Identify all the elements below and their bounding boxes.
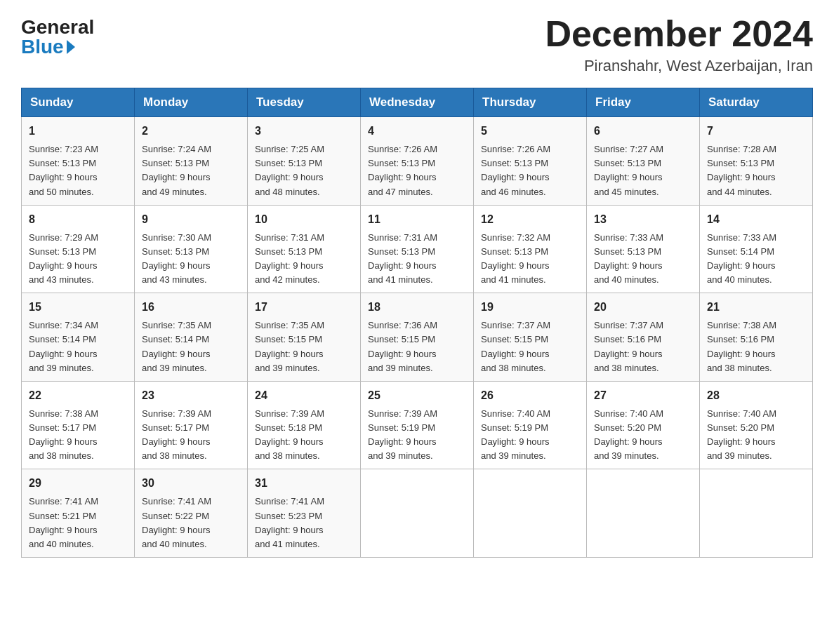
calendar-cell: 20 Sunrise: 7:37 AMSunset: 5:16 PMDaylig…	[587, 293, 700, 382]
calendar-cell	[700, 469, 813, 558]
day-info: Sunrise: 7:40 AMSunset: 5:20 PMDaylight:…	[707, 408, 776, 461]
calendar-cell: 28 Sunrise: 7:40 AMSunset: 5:20 PMDaylig…	[700, 381, 813, 469]
calendar-cell: 4 Sunrise: 7:26 AMSunset: 5:13 PMDayligh…	[361, 117, 474, 206]
calendar-cell: 21 Sunrise: 7:38 AMSunset: 5:16 PMDaylig…	[700, 293, 813, 382]
calendar-cell	[474, 469, 587, 558]
day-number: 9	[142, 211, 240, 228]
calendar-cell: 12 Sunrise: 7:32 AMSunset: 5:13 PMDaylig…	[474, 205, 587, 293]
calendar-cell: 2 Sunrise: 7:24 AMSunset: 5:13 PMDayligh…	[135, 117, 248, 206]
calendar-cell: 1 Sunrise: 7:23 AMSunset: 5:13 PMDayligh…	[22, 117, 135, 206]
weekday-header-monday: Monday	[135, 88, 248, 117]
calendar-cell: 3 Sunrise: 7:25 AMSunset: 5:13 PMDayligh…	[248, 117, 361, 206]
calendar-cell: 10 Sunrise: 7:31 AMSunset: 5:13 PMDaylig…	[248, 205, 361, 293]
weekday-header-row: SundayMondayTuesdayWednesdayThursdayFrid…	[22, 88, 813, 117]
day-number: 14	[707, 211, 805, 228]
calendar-cell: 8 Sunrise: 7:29 AMSunset: 5:13 PMDayligh…	[22, 205, 135, 293]
calendar-cell: 15 Sunrise: 7:34 AMSunset: 5:14 PMDaylig…	[22, 293, 135, 382]
calendar-cell: 19 Sunrise: 7:37 AMSunset: 5:15 PMDaylig…	[474, 293, 587, 382]
day-number: 16	[142, 299, 240, 316]
day-number: 12	[481, 211, 579, 228]
calendar-week-row: 29 Sunrise: 7:41 AMSunset: 5:21 PMDaylig…	[22, 469, 813, 558]
calendar-week-row: 8 Sunrise: 7:29 AMSunset: 5:13 PMDayligh…	[22, 205, 813, 293]
day-number: 10	[255, 211, 353, 228]
day-info: Sunrise: 7:33 AMSunset: 5:14 PMDaylight:…	[707, 232, 776, 285]
calendar-week-row: 22 Sunrise: 7:38 AMSunset: 5:17 PMDaylig…	[22, 381, 813, 469]
day-number: 1	[29, 123, 127, 140]
calendar-cell: 13 Sunrise: 7:33 AMSunset: 5:13 PMDaylig…	[587, 205, 700, 293]
calendar-cell: 23 Sunrise: 7:39 AMSunset: 5:17 PMDaylig…	[135, 381, 248, 469]
calendar-cell: 7 Sunrise: 7:28 AMSunset: 5:13 PMDayligh…	[700, 117, 813, 206]
calendar-cell: 31 Sunrise: 7:41 AMSunset: 5:23 PMDaylig…	[248, 469, 361, 558]
calendar-cell: 24 Sunrise: 7:39 AMSunset: 5:18 PMDaylig…	[248, 381, 361, 469]
day-number: 11	[368, 211, 466, 228]
weekday-header-wednesday: Wednesday	[361, 88, 474, 117]
day-info: Sunrise: 7:35 AMSunset: 5:14 PMDaylight:…	[142, 320, 211, 373]
logo-blue-text: Blue	[21, 37, 75, 57]
weekday-header-friday: Friday	[587, 88, 700, 117]
day-number: 21	[707, 299, 805, 316]
day-info: Sunrise: 7:41 AMSunset: 5:23 PMDaylight:…	[255, 496, 324, 549]
day-number: 22	[29, 387, 127, 404]
calendar-cell: 25 Sunrise: 7:39 AMSunset: 5:19 PMDaylig…	[361, 381, 474, 469]
day-info: Sunrise: 7:40 AMSunset: 5:20 PMDaylight:…	[594, 408, 663, 461]
day-number: 18	[368, 299, 466, 316]
day-number: 3	[255, 123, 353, 140]
day-info: Sunrise: 7:39 AMSunset: 5:19 PMDaylight:…	[368, 408, 437, 461]
day-info: Sunrise: 7:33 AMSunset: 5:13 PMDaylight:…	[594, 232, 663, 285]
day-info: Sunrise: 7:23 AMSunset: 5:13 PMDaylight:…	[29, 144, 98, 196]
day-number: 8	[29, 211, 127, 228]
day-number: 30	[142, 475, 240, 492]
day-info: Sunrise: 7:28 AMSunset: 5:13 PMDaylight:…	[707, 144, 776, 196]
calendar-cell: 29 Sunrise: 7:41 AMSunset: 5:21 PMDaylig…	[22, 469, 135, 558]
calendar-cell: 22 Sunrise: 7:38 AMSunset: 5:17 PMDaylig…	[22, 381, 135, 469]
calendar-cell: 27 Sunrise: 7:40 AMSunset: 5:20 PMDaylig…	[587, 381, 700, 469]
day-info: Sunrise: 7:31 AMSunset: 5:13 PMDaylight:…	[368, 232, 437, 285]
calendar-cell: 16 Sunrise: 7:35 AMSunset: 5:14 PMDaylig…	[135, 293, 248, 382]
calendar-week-row: 1 Sunrise: 7:23 AMSunset: 5:13 PMDayligh…	[22, 117, 813, 206]
day-number: 15	[29, 299, 127, 316]
day-number: 26	[481, 387, 579, 404]
logo-general-text: General	[21, 18, 94, 37]
day-info: Sunrise: 7:39 AMSunset: 5:18 PMDaylight:…	[255, 408, 324, 461]
day-number: 4	[368, 123, 466, 140]
month-title: December 2024	[545, 14, 813, 54]
day-info: Sunrise: 7:34 AMSunset: 5:14 PMDaylight:…	[29, 320, 98, 373]
day-number: 17	[255, 299, 353, 316]
day-info: Sunrise: 7:26 AMSunset: 5:13 PMDaylight:…	[481, 144, 550, 196]
calendar-cell: 14 Sunrise: 7:33 AMSunset: 5:14 PMDaylig…	[700, 205, 813, 293]
location-text: Piranshahr, West Azerbaijan, Iran	[545, 57, 813, 75]
day-number: 13	[594, 211, 692, 228]
day-info: Sunrise: 7:37 AMSunset: 5:15 PMDaylight:…	[481, 320, 550, 373]
weekday-header-tuesday: Tuesday	[248, 88, 361, 117]
day-info: Sunrise: 7:25 AMSunset: 5:13 PMDaylight:…	[255, 144, 324, 196]
weekday-header-saturday: Saturday	[700, 88, 813, 117]
calendar-table: SundayMondayTuesdayWednesdayThursdayFrid…	[21, 88, 813, 558]
day-number: 27	[594, 387, 692, 404]
day-number: 29	[29, 475, 127, 492]
title-section: December 2024 Piranshahr, West Azerbaija…	[545, 14, 813, 75]
calendar-cell: 17 Sunrise: 7:35 AMSunset: 5:15 PMDaylig…	[248, 293, 361, 382]
page-header: General Blue December 2024 Piranshahr, W…	[21, 14, 813, 75]
calendar-cell: 9 Sunrise: 7:30 AMSunset: 5:13 PMDayligh…	[135, 205, 248, 293]
logo-arrow-icon	[67, 40, 75, 54]
day-number: 25	[368, 387, 466, 404]
calendar-cell: 30 Sunrise: 7:41 AMSunset: 5:22 PMDaylig…	[135, 469, 248, 558]
day-info: Sunrise: 7:40 AMSunset: 5:19 PMDaylight:…	[481, 408, 550, 461]
calendar-cell	[587, 469, 700, 558]
logo: General Blue	[21, 14, 94, 57]
calendar-cell: 5 Sunrise: 7:26 AMSunset: 5:13 PMDayligh…	[474, 117, 587, 206]
calendar-cell: 6 Sunrise: 7:27 AMSunset: 5:13 PMDayligh…	[587, 117, 700, 206]
calendar-cell	[361, 469, 474, 558]
calendar-week-row: 15 Sunrise: 7:34 AMSunset: 5:14 PMDaylig…	[22, 293, 813, 382]
calendar-cell: 18 Sunrise: 7:36 AMSunset: 5:15 PMDaylig…	[361, 293, 474, 382]
day-info: Sunrise: 7:41 AMSunset: 5:22 PMDaylight:…	[142, 496, 211, 549]
day-info: Sunrise: 7:31 AMSunset: 5:13 PMDaylight:…	[255, 232, 324, 285]
day-number: 31	[255, 475, 353, 492]
day-number: 28	[707, 387, 805, 404]
calendar-cell: 26 Sunrise: 7:40 AMSunset: 5:19 PMDaylig…	[474, 381, 587, 469]
day-number: 19	[481, 299, 579, 316]
day-number: 2	[142, 123, 240, 140]
day-number: 23	[142, 387, 240, 404]
day-number: 20	[594, 299, 692, 316]
day-info: Sunrise: 7:37 AMSunset: 5:16 PMDaylight:…	[594, 320, 663, 373]
